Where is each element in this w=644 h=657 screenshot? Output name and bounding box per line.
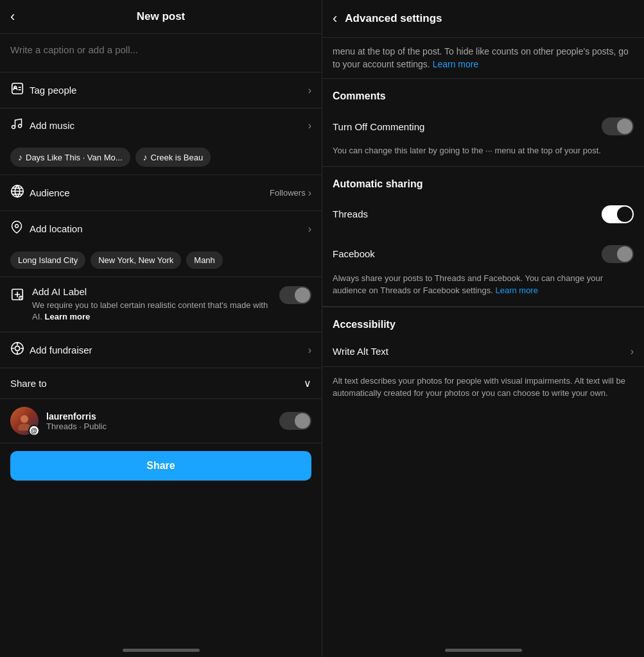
- threads-share-row: Threads: [322, 196, 644, 232]
- turn-off-commenting-label: Turn Off Commenting: [333, 121, 424, 132]
- ai-label-toggle-knob: [295, 287, 310, 303]
- write-alt-text-chevron: ›: [631, 346, 634, 357]
- right-panel: ‹ Advanced settings menu at the top of t…: [322, 0, 644, 657]
- share-to-label: Share to: [10, 378, 47, 389]
- turn-off-commenting-row: Turn Off Commenting: [322, 108, 644, 144]
- share-button-wrap: Share: [0, 443, 322, 488]
- svg-point-10: [21, 415, 28, 423]
- user-info: laurenforris Threads · Public: [46, 411, 272, 431]
- tag-people-chevron: ›: [308, 85, 311, 96]
- auto-sharing-section-header: Automatic sharing: [322, 167, 644, 196]
- music-chip-1-label: Days Like This · Van Mo...: [26, 153, 123, 162]
- svg-point-3: [19, 124, 22, 128]
- accessibility-section-header: Accessibility: [322, 307, 644, 337]
- ai-label-learn-more[interactable]: Learn more: [45, 312, 91, 321]
- user-row: @ laurenforris Threads · Public: [0, 399, 322, 443]
- left-header: ‹ New post: [0, 0, 322, 34]
- location-chip-2[interactable]: New York, New York: [91, 252, 181, 269]
- share-to-chevron: ∨: [304, 377, 311, 389]
- left-page-title: New post: [137, 10, 186, 23]
- audience-item[interactable]: Audience Followers ›: [0, 175, 322, 211]
- user-share-toggle-knob: [295, 413, 310, 429]
- commenting-toggle[interactable]: [602, 117, 634, 135]
- right-page-title: Advanced settings: [345, 12, 442, 25]
- threads-toggle[interactable]: [602, 205, 634, 223]
- write-alt-text-label: Write Alt Text: [333, 346, 388, 357]
- left-bottom-bar: [123, 649, 200, 652]
- audience-right: Followers ›: [270, 187, 311, 199]
- right-content: menu at the top of the post. To hide lik…: [322, 38, 644, 657]
- back-button-right[interactable]: ‹: [333, 10, 337, 27]
- music-chip-2[interactable]: ♪ Creek is Beau: [135, 148, 211, 167]
- comments-section-header: Comments: [322, 79, 644, 108]
- share-button[interactable]: Share: [10, 451, 311, 481]
- back-button-left[interactable]: ‹: [10, 10, 15, 24]
- left-spacer: [0, 488, 322, 657]
- audience-value: Followers: [270, 188, 306, 198]
- commenting-toggle-knob: [617, 119, 632, 134]
- right-bottom-bar: [445, 649, 522, 652]
- music-icon: [10, 117, 30, 133]
- audience-icon: [10, 184, 30, 201]
- ai-label-toggle[interactable]: [279, 286, 311, 304]
- facebook-toggle[interactable]: [602, 245, 634, 263]
- share-to-header[interactable]: Share to ∨: [0, 368, 322, 399]
- music-note-1: ♪: [18, 152, 22, 162]
- right-header: ‹ Advanced settings: [322, 0, 644, 38]
- ai-label-title: Add AI Label: [32, 286, 272, 297]
- svg-point-9: [15, 346, 19, 351]
- facebook-toggle-knob: [617, 246, 632, 262]
- music-chip-2-label: Creek is Beau: [151, 153, 204, 162]
- write-alt-text-row[interactable]: Write Alt Text ›: [322, 337, 644, 367]
- location-chip-3[interactable]: Manh: [186, 252, 223, 269]
- facebook-share-label: Facebook: [333, 248, 375, 259]
- add-location-label: Add location: [30, 223, 308, 234]
- facebook-share-row: Facebook: [322, 236, 644, 272]
- svg-point-2: [12, 126, 15, 129]
- tag-people-label: Tag people: [30, 85, 308, 96]
- audience-chevron: ›: [308, 187, 311, 199]
- ai-label-desc: We require you to label certain realisti…: [32, 300, 272, 323]
- auto-sharing-desc-text: Always share your posts to Threads and F…: [333, 273, 603, 296]
- user-share-toggle[interactable]: [279, 412, 311, 430]
- tag-people-item[interactable]: Tag people ›: [0, 73, 322, 108]
- music-chip-1[interactable]: ♪ Days Like This · Van Mo...: [10, 148, 130, 167]
- threads-share-label: Threads: [333, 209, 368, 219]
- fundraiser-icon: [10, 341, 30, 359]
- music-chips: ♪ Days Like This · Van Mo... ♪ Creek is …: [0, 142, 322, 175]
- fundraiser-chevron: ›: [308, 345, 311, 356]
- left-panel: ‹ New post Write a caption or add a poll…: [0, 0, 322, 657]
- ai-label-text: Add AI Label We require you to label cer…: [32, 286, 272, 323]
- caption-area[interactable]: Write a caption or add a poll...: [0, 34, 322, 73]
- threads-toggle-knob: [617, 207, 632, 222]
- commenting-desc: You can change this later by going to th…: [322, 144, 644, 167]
- username: laurenforris: [46, 411, 272, 422]
- info-text: menu at the top of the post. To hide lik…: [333, 46, 629, 69]
- location-icon: [10, 220, 30, 237]
- add-fundraiser-label: Add fundraiser: [30, 345, 308, 355]
- add-music-label: Add music: [30, 120, 308, 131]
- add-music-chevron: ›: [308, 120, 311, 132]
- user-sub: Threads · Public: [46, 422, 272, 431]
- svg-point-5: [15, 225, 19, 228]
- threads-badge: @: [28, 425, 40, 436]
- music-note-2: ♪: [143, 152, 148, 162]
- location-chips: Long Island City New York, New York Manh: [0, 246, 322, 277]
- auto-sharing-learn-more[interactable]: Learn more: [495, 286, 537, 295]
- add-location-item[interactable]: Add location ›: [0, 211, 322, 246]
- info-text-block: menu at the top of the post. To hide lik…: [322, 38, 644, 79]
- add-fundraiser-item[interactable]: Add fundraiser ›: [0, 332, 322, 368]
- add-music-item[interactable]: Add music ›: [0, 108, 322, 142]
- accessibility-desc: Alt text describes your photos for peopl…: [322, 367, 644, 409]
- location-chevron: ›: [308, 223, 311, 235]
- tag-people-icon: [10, 81, 30, 99]
- location-chip-1[interactable]: Long Island City: [10, 252, 85, 269]
- info-learn-more-link[interactable]: Learn more: [433, 59, 479, 69]
- ai-label-icon: [10, 287, 24, 305]
- audience-label: Audience: [30, 187, 270, 198]
- avatar-wrap: @: [10, 407, 39, 435]
- ai-label-row: Add AI Label We require you to label cer…: [0, 277, 322, 332]
- auto-sharing-desc: Always share your posts to Threads and F…: [322, 272, 644, 307]
